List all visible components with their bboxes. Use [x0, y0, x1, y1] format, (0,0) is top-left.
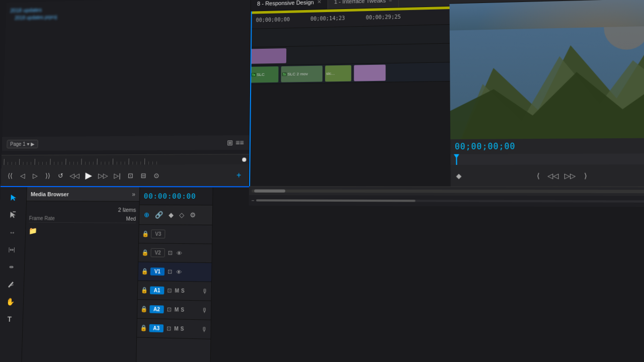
a2-m-label: M: [175, 307, 179, 313]
rolling-edit-tool[interactable]: |⇔|: [4, 241, 20, 258]
v2-lock-icon[interactable]: 🔒: [141, 249, 148, 256]
program-timecode: 00;00;00;00: [455, 142, 516, 152]
grid-view-icon[interactable]: ⊞: [227, 138, 233, 147]
scrollbar-track[interactable]: [252, 190, 644, 194]
playback-controls: ⟨⟨ ◁ ▷ ⟩⟩ ↺ ◁◁ ▶ ▷▷ ▷| ⊡ ⊟ ⊙ +: [1, 164, 249, 187]
v1-lock-icon[interactable]: 🔒: [141, 268, 148, 275]
insert-button[interactable]: ⊡: [125, 169, 136, 182]
program-ruler: [450, 153, 644, 165]
v1-clip-slc2[interactable]: fx SLC 2 mov: [281, 66, 323, 82]
a3-track-btn[interactable]: A3: [149, 324, 164, 332]
tab2-label: 1 - Interface Tweaks: [334, 0, 386, 5]
v2-track-header: 🔒 V2 ⊡ 👁: [138, 243, 212, 263]
text-tool[interactable]: T: [2, 311, 18, 327]
tab1-close[interactable]: ✕: [317, 0, 321, 5]
a3-lock-icon[interactable]: 🔒: [140, 324, 147, 331]
magnet-icon[interactable]: ⊕: [142, 210, 151, 220]
a3-sync-icon[interactable]: ⊡: [166, 325, 172, 332]
play-back-button[interactable]: ◁◁: [67, 169, 82, 182]
v2-clip-purple[interactable]: [251, 48, 287, 64]
frame-rate-row: Frame Rate Med: [29, 214, 136, 223]
a3-s-label: S: [181, 326, 184, 332]
a1-m-label: M: [175, 288, 179, 294]
frame-rate-value: Med: [126, 216, 136, 221]
v2-eye-icon[interactable]: 👁: [176, 250, 183, 256]
a3-mic-icon[interactable]: 🎙: [201, 325, 208, 333]
a1-track-btn[interactable]: A1: [150, 287, 164, 295]
v1-track-header: 🔒 V1 ⊡ 👁: [138, 262, 211, 282]
step-fwd-button[interactable]: ▷: [30, 169, 41, 182]
play-forward-button[interactable]: ▷▷: [96, 169, 110, 182]
timeline-timecode-row: 00:00:00:00: [139, 187, 212, 205]
zoom-track[interactable]: [256, 199, 644, 203]
folder-row[interactable]: 📁: [29, 227, 136, 236]
scrollbar-thumb[interactable]: [254, 190, 285, 193]
a1-sync-icon[interactable]: ⊡: [166, 287, 173, 294]
timeline-nav: − +: [249, 195, 644, 207]
settings-icon[interactable]: ⚙: [188, 210, 198, 220]
step-back-button[interactable]: ◁: [17, 169, 28, 182]
prog-step-fwd-btn[interactable]: ⟩: [579, 169, 592, 182]
v1-track-btn[interactable]: V1: [150, 267, 165, 276]
list-view-icon[interactable]: ≡≡: [235, 138, 244, 147]
source-ruler: [2, 154, 249, 165]
slip-tool[interactable]: ✋: [2, 293, 18, 310]
prog-marker-btn[interactable]: ◆: [453, 169, 465, 182]
timeline-track-area: − +: [247, 186, 644, 362]
go-to-out-button[interactable]: ⟩⟩: [42, 169, 53, 182]
loop-button[interactable]: ↺: [55, 169, 66, 182]
a1-lock-icon[interactable]: 🔒: [141, 287, 148, 294]
tab2-menu-icon[interactable]: ≡: [389, 0, 392, 3]
a2-mic-icon[interactable]: 🎙: [202, 306, 208, 314]
selection-tool[interactable]: [6, 190, 22, 206]
keyframe-icon[interactable]: ◇: [177, 210, 186, 220]
v1-eye-icon[interactable]: 👁: [175, 268, 183, 275]
v3-track-btn[interactable]: V3: [151, 230, 165, 239]
tab-responsive-design[interactable]: 8 - Responsive Design ✕: [251, 0, 328, 11]
a2-track-btn[interactable]: A2: [149, 305, 164, 313]
track-select-tool[interactable]: [5, 207, 21, 223]
mountain-shape-layer: [450, 26, 644, 139]
a2-s-label: S: [181, 307, 184, 313]
zoom-bar: [256, 199, 416, 202]
page-indicator[interactable]: Page 1 ▾ ▶: [7, 139, 38, 148]
program-timecode-bar: 00;00;00;00 Fit: [450, 138, 644, 154]
media-browser-title: Media Browser: [31, 191, 130, 198]
time-marker-2: 00;00;29;25: [366, 14, 401, 20]
monitors-area: 8 - Responsive Design ✕ 1 - Interface Tw…: [249, 0, 644, 187]
slc3-label: slc...: [326, 71, 335, 76]
play-to-out-button[interactable]: ▷|: [112, 169, 123, 182]
ripple-edit-tool[interactable]: ↔: [4, 224, 20, 240]
media-browser-panel: Media Browser » 2 Items Frame Rate Med 📁: [22, 187, 140, 362]
v1-clip-slc3[interactable]: slc...: [325, 65, 351, 82]
time-marker-1: 00;00;14;23: [310, 15, 345, 22]
add-marker-button[interactable]: +: [233, 169, 245, 182]
razor-tool[interactable]: [3, 276, 19, 293]
v1-clip-purple[interactable]: [354, 64, 385, 81]
prog-play-fwd-btn[interactable]: ▷▷: [562, 169, 578, 182]
a3-track-header: 🔒 A3 ⊡ M S 🎙: [137, 319, 211, 339]
export-frame-button[interactable]: ⊙: [150, 169, 162, 182]
a2-sync-icon[interactable]: ⊡: [166, 306, 173, 313]
v2-track-btn[interactable]: V2: [150, 248, 165, 257]
expand-icon[interactable]: »: [132, 191, 135, 198]
marker-icon[interactable]: ◆: [167, 210, 176, 220]
fx-badge: fx: [251, 73, 256, 76]
go-to-in-button[interactable]: ⟨⟨: [5, 169, 16, 182]
prog-step-back-btn[interactable]: ⟨: [532, 169, 544, 182]
v2-sync-icon[interactable]: ⊡: [167, 249, 174, 256]
svg-marker-1: [10, 212, 16, 218]
v1-clip-slc1[interactable]: fx SLC: [250, 66, 278, 83]
v3-lock-icon[interactable]: 🔒: [142, 230, 149, 237]
overwrite-button[interactable]: ⊟: [137, 169, 148, 182]
prog-play-back-btn[interactable]: ◁◁: [545, 169, 561, 182]
a2-track-header: 🔒 A2 ⊡ M S 🎙: [137, 300, 211, 320]
link-icon[interactable]: 🔗: [153, 210, 165, 220]
a1-mic-icon[interactable]: 🎙: [202, 288, 208, 295]
play-pause-button[interactable]: ▶: [83, 169, 94, 182]
slc2-label: SLC 2 mov: [287, 71, 308, 76]
zoom-out-icon[interactable]: −: [252, 198, 255, 203]
v1-sync-icon[interactable]: ⊡: [167, 268, 173, 276]
a2-lock-icon[interactable]: 🔒: [140, 306, 147, 313]
rate-stretch-tool[interactable]: ⇹: [3, 258, 19, 275]
